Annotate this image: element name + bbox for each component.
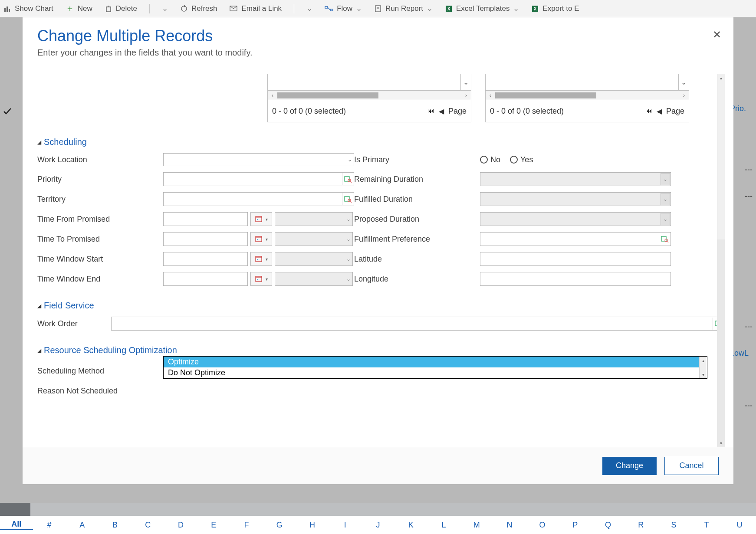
is-primary-yes-radio[interactable]: Yes	[510, 155, 533, 164]
alpha-letter[interactable]: F	[230, 521, 263, 530]
chevron-down-icon[interactable]: ⌄	[678, 74, 689, 90]
flow-button[interactable]: Flow ⌄	[325, 4, 362, 13]
chevron-down-icon[interactable]: ⌄	[162, 4, 168, 13]
chevron-down-icon: ⌄	[356, 4, 362, 13]
alpha-letter[interactable]: T	[690, 521, 723, 530]
bg-scrollbar-track	[0, 503, 756, 516]
alpha-letter[interactable]: B	[99, 521, 131, 530]
show-chart-button[interactable]: Show Chart	[3, 4, 53, 13]
is-primary-label: Is Primary	[354, 155, 480, 164]
alpha-letter[interactable]: D	[164, 521, 197, 530]
chevron-down-icon[interactable]: ⌄	[306, 4, 312, 13]
chevron-down-icon: ⌄	[348, 157, 352, 163]
alpha-letter[interactable]: G	[263, 521, 296, 530]
check-icon	[3, 107, 12, 118]
time-window-end-date[interactable]	[163, 272, 248, 286]
calendar-button[interactable]: ▾	[250, 252, 272, 266]
plus-icon: ＋	[66, 3, 74, 14]
latitude-input[interactable]	[480, 252, 671, 266]
remaining-duration-field[interactable]: ⌄	[480, 172, 671, 186]
flow-label: Flow	[337, 4, 352, 13]
time-window-start-date[interactable]	[163, 252, 248, 266]
export-button[interactable]: X Export to E	[531, 4, 579, 13]
prev-page-icon[interactable]: ◀	[439, 107, 444, 115]
work-order-lookup[interactable]	[111, 317, 725, 331]
alpha-letter[interactable]: L	[427, 521, 460, 530]
alpha-letter[interactable]: U	[723, 521, 756, 530]
lookup-icon[interactable]	[342, 173, 353, 185]
close-button[interactable]: ✕	[713, 29, 721, 41]
svg-text:X: X	[447, 7, 450, 11]
alpha-letter[interactable]: E	[197, 521, 230, 530]
svg-point-6	[181, 6, 187, 11]
calendar-button[interactable]: ▾	[250, 212, 272, 226]
horizontal-scrollbar[interactable]: ‹›	[486, 91, 689, 100]
alpha-letter[interactable]: C	[131, 521, 164, 530]
alpha-letter[interactable]: S	[657, 521, 690, 530]
alpha-letter[interactable]: I	[329, 521, 362, 530]
section-scheduling[interactable]: ◢ Scheduling	[37, 137, 725, 147]
chevron-down-icon[interactable]: ⌄	[460, 74, 471, 90]
is-primary-no-radio[interactable]: No	[480, 155, 500, 164]
alpha-letter[interactable]: Q	[592, 521, 625, 530]
vertical-scrollbar[interactable]: ▴ ▾	[717, 74, 725, 447]
fulfillment-preference-lookup[interactable]	[480, 232, 671, 246]
horizontal-scrollbar[interactable]: ‹›	[268, 91, 471, 100]
excel-icon: X	[445, 5, 453, 13]
page-label: Page	[448, 107, 467, 116]
time-to-promised-time[interactable]: ⌄	[275, 232, 353, 246]
lookup-icon[interactable]	[659, 233, 670, 245]
territory-lookup[interactable]	[163, 192, 354, 206]
svg-line-19	[350, 181, 352, 183]
alpha-letter[interactable]: K	[394, 521, 427, 530]
time-to-promised-date[interactable]	[163, 232, 248, 246]
time-from-promised-date[interactable]	[163, 212, 248, 226]
svg-rect-32	[256, 256, 262, 262]
section-field-service[interactable]: ◢ Field Service	[37, 301, 725, 311]
work-location-select[interactable]: ⌄	[163, 153, 354, 166]
proposed-duration-field[interactable]: ⌄	[480, 212, 671, 226]
dropdown-option-do-not-optimize[interactable]: Do Not Optimize	[164, 367, 707, 378]
dropdown-option-optimize[interactable]: Optimize	[164, 357, 707, 367]
time-to-promised-label: Time To Promised	[37, 235, 163, 244]
new-button[interactable]: ＋ New	[66, 3, 92, 14]
refresh-label: Refresh	[191, 4, 217, 13]
alpha-letter[interactable]: P	[559, 521, 592, 530]
svg-rect-20	[345, 197, 349, 201]
alpha-letter[interactable]: O	[526, 521, 559, 530]
longitude-input[interactable]	[480, 272, 671, 286]
calendar-button[interactable]: ▾	[250, 272, 272, 286]
email-link-button[interactable]: Email a Link	[230, 4, 282, 13]
change-button[interactable]: Change	[602, 457, 657, 475]
alpha-letter[interactable]: #	[33, 521, 66, 530]
time-window-start-time[interactable]: ⌄	[275, 252, 353, 266]
first-page-icon[interactable]: ⏮	[427, 107, 434, 115]
run-report-button[interactable]: Run Report ⌄	[374, 4, 433, 13]
cancel-button[interactable]: Cancel	[664, 457, 719, 475]
delete-button[interactable]: Delete	[105, 4, 137, 13]
prev-page-icon[interactable]: ◀	[657, 107, 662, 115]
alpha-all[interactable]: All	[0, 520, 33, 530]
page-label: Page	[666, 107, 684, 116]
time-from-promised-time[interactable]: ⌄	[275, 212, 353, 226]
scheduling-method-label: Scheduling Method	[37, 367, 163, 376]
alpha-letter[interactable]: J	[362, 521, 394, 530]
dropdown-scrollbar[interactable]: ▴▾	[699, 357, 707, 378]
section-rso[interactable]: ◢ Resource Scheduling Optimization	[37, 345, 725, 355]
lookup-icon[interactable]	[342, 193, 353, 205]
scheduling-method-dropdown[interactable]: Optimize Do Not Optimize ▴▾	[163, 356, 707, 379]
refresh-button[interactable]: Refresh	[180, 4, 217, 13]
first-page-icon[interactable]: ⏮	[645, 107, 652, 115]
alpha-letter[interactable]: H	[296, 521, 329, 530]
alpha-letter[interactable]: A	[66, 521, 99, 530]
priority-lookup[interactable]	[163, 172, 354, 186]
alpha-letter[interactable]: R	[625, 521, 657, 530]
fulfilled-duration-field[interactable]: ⌄	[480, 192, 671, 206]
excel-templates-button[interactable]: X Excel Templates ⌄	[445, 4, 519, 13]
alpha-letter[interactable]: M	[460, 521, 493, 530]
alpha-letter[interactable]: N	[493, 521, 526, 530]
email-link-label: Email a Link	[242, 4, 282, 13]
time-window-end-time[interactable]: ⌄	[275, 272, 353, 286]
delete-label: Delete	[116, 4, 137, 13]
calendar-button[interactable]: ▾	[250, 232, 272, 246]
